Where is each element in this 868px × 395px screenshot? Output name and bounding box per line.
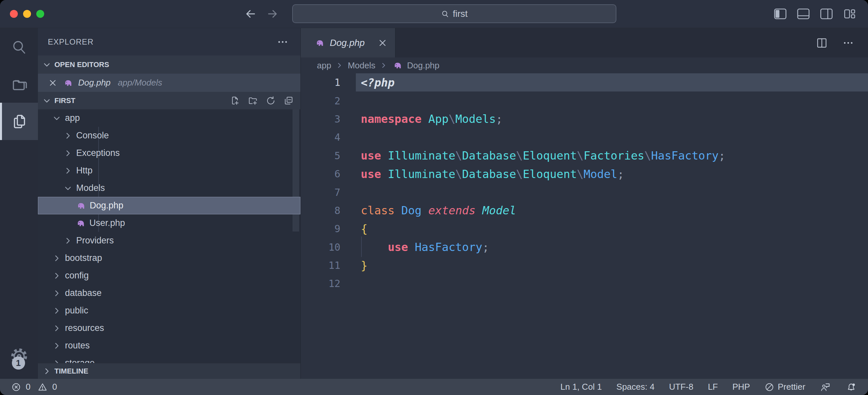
new-folder-icon[interactable] [248, 95, 258, 106]
tree-item-label: public [65, 306, 88, 316]
split-editor-icon[interactable] [816, 37, 828, 49]
toggle-secondary-sidebar-icon[interactable] [820, 8, 833, 20]
forward-arrow-icon[interactable] [266, 7, 279, 21]
code-text: namespace App\Models; [361, 112, 503, 125]
line-number: 4 [301, 132, 340, 143]
tree-item-console[interactable]: Console [38, 127, 301, 144]
tree-item-bootstrap[interactable]: bootstrap [38, 249, 301, 267]
breadcrumb: appModelsDog.php [301, 57, 868, 73]
tree-item-exceptions[interactable]: Exceptions [38, 144, 301, 162]
breadcrumb-item[interactable]: app [317, 60, 331, 71]
refresh-icon[interactable] [266, 95, 276, 106]
php-elephant-icon [62, 78, 73, 88]
code-line[interactable]: 12 [301, 275, 868, 292]
prettier-slash-circle-icon [765, 382, 774, 392]
code-line[interactable]: 8class Dog extends Model [301, 201, 868, 220]
status-item-label: PHP [733, 382, 750, 392]
chevron-right-icon [53, 254, 61, 262]
toggle-panel-icon[interactable] [797, 8, 810, 20]
code-line[interactable]: 1<?php [301, 73, 868, 91]
status-item-label: LF [708, 382, 718, 392]
back-arrow-icon[interactable] [244, 7, 257, 21]
tree-item-label: routes [65, 340, 90, 351]
chevron-right-icon [380, 62, 387, 69]
tree-item-routes[interactable]: routes [38, 337, 301, 355]
status-spaces-4[interactable]: Spaces: 4 [616, 382, 655, 392]
status-utf-8[interactable]: UTF-8 [669, 382, 693, 392]
code-line[interactable]: 7 [301, 183, 868, 201]
status-php[interactable]: PHP [733, 382, 750, 392]
tree-item-label: config [65, 271, 89, 281]
workspace-header[interactable]: FIRST [38, 92, 301, 109]
tree-item-database[interactable]: database [38, 284, 301, 302]
minimize-window-button[interactable] [23, 10, 31, 18]
breadcrumb-item[interactable]: Dog.php [407, 60, 439, 71]
line-number: 3 [301, 113, 340, 125]
command-center-search[interactable]: first [292, 4, 616, 23]
chevron-right-icon [64, 132, 72, 140]
code-text: class Dog extends Model [361, 204, 516, 217]
chevron-right-icon [64, 149, 72, 158]
customize-layout-icon[interactable] [843, 8, 856, 20]
status-lf[interactable]: LF [708, 382, 718, 392]
code-line[interactable]: 10 use HasFactory; [301, 238, 868, 256]
workspace-label: FIRST [54, 96, 75, 105]
code-line[interactable]: 5use Illuminate\Database\Eloquent\Factor… [301, 147, 868, 165]
code-text: <?php [361, 76, 395, 89]
line-number: 7 [301, 187, 340, 198]
activitybar-settings[interactable]: 1 [0, 347, 38, 366]
activitybar-explorer[interactable] [0, 103, 38, 140]
collapse-all-icon[interactable] [283, 95, 294, 106]
status-ln-1-col-1[interactable]: Ln 1, Col 1 [560, 382, 602, 392]
open-editor-item[interactable]: Dog.php app/Models [38, 74, 301, 92]
activity-bar: 1 [0, 28, 38, 379]
code-line[interactable]: 9{ [301, 220, 868, 238]
code-editor[interactable]: 1<?php23namespace App\Models;45use Illum… [301, 73, 868, 379]
tree-item-providers[interactable]: Providers [38, 232, 301, 249]
close-icon[interactable] [378, 38, 387, 48]
tree-item-storage[interactable]: storage [38, 355, 301, 363]
tree-item-dog-php[interactable]: Dog.php [38, 197, 301, 214]
person-feedback-icon [820, 382, 831, 393]
tree-item-public[interactable]: public [38, 302, 301, 319]
tree-item-http[interactable]: Http [38, 162, 301, 179]
chevron-right-icon [53, 289, 61, 298]
person-feedback[interactable] [820, 382, 831, 393]
close-window-button[interactable] [10, 10, 18, 18]
timeline-header[interactable]: TIMELINE [38, 363, 301, 379]
code-line[interactable]: 3namespace App\Models; [301, 110, 868, 128]
open-editors-header[interactable]: OPEN EDITORS [38, 55, 301, 74]
toggle-sidebar-icon[interactable] [774, 8, 787, 20]
tree-item-models[interactable]: Models [38, 179, 301, 197]
code-text: { [361, 222, 367, 235]
more-actions-icon[interactable] [842, 37, 854, 49]
tree-item-config[interactable]: config [38, 267, 301, 284]
activitybar-search[interactable] [0, 28, 38, 65]
activitybar-folder[interactable] [0, 65, 38, 103]
pages-icon [10, 113, 28, 130]
sidebar-title: EXPLORER [48, 37, 94, 47]
error-icon [11, 382, 21, 392]
tree-item-user-php[interactable]: User.php [38, 214, 301, 232]
titlebar: first [0, 0, 868, 28]
code-line[interactable]: 11} [301, 256, 868, 275]
search-icon [11, 39, 27, 55]
bell-dot[interactable] [845, 382, 857, 393]
problems-status[interactable]: 0 0 [11, 382, 57, 392]
breadcrumb-item[interactable]: Models [348, 60, 375, 71]
code-line[interactable]: 2 [301, 91, 868, 110]
maximize-window-button[interactable] [36, 10, 44, 18]
settings-badge: 1 [12, 356, 25, 370]
code-line[interactable]: 4 [301, 128, 868, 146]
prettier-slash-circle[interactable]: Prettier [765, 382, 805, 392]
tree-item-resources[interactable]: resources [38, 319, 301, 337]
code-line[interactable]: 6use Illuminate\Database\Eloquent\Model; [301, 165, 868, 183]
search-value: first [453, 8, 468, 19]
line-number: 1 [301, 77, 340, 88]
more-actions-icon[interactable] [277, 36, 288, 48]
tab-dog-php[interactable]: Dog.php [301, 28, 395, 57]
close-icon[interactable] [49, 79, 57, 87]
tree-item-app[interactable]: app [38, 109, 301, 127]
tree-item-label: Models [76, 183, 105, 193]
new-file-icon[interactable] [230, 95, 240, 106]
